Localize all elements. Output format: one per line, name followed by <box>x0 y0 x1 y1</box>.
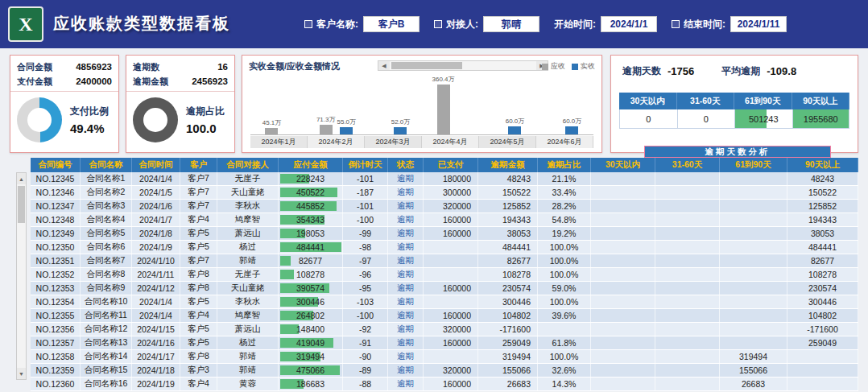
table-cell[interactable]: 合同名称11 <box>81 309 132 322</box>
table-cell[interactable] <box>591 268 655 281</box>
table-cell[interactable]: 82677 <box>787 254 858 267</box>
table-row[interactable]: NO.12359合同名称152024/1/18客户3郭靖475066-89逾期3… <box>31 364 858 378</box>
table-cell[interactable]: 59.0% <box>538 282 591 295</box>
table-cell[interactable]: -95 <box>343 282 388 295</box>
table-cell[interactable] <box>591 350 655 363</box>
table-cell[interactable]: 100.0% <box>538 254 591 267</box>
table-cell[interactable]: 2024/1/15 <box>132 323 180 336</box>
end-date-checkbox-icon[interactable] <box>672 20 680 28</box>
table-cell[interactable]: -92 <box>343 323 388 336</box>
table-row[interactable]: NO.12353合同名称92024/1/12客户8天山童姥390574-95逾期… <box>31 282 858 295</box>
table-cell[interactable]: 2024/1/17 <box>132 350 180 363</box>
table-cell[interactable]: 逾期 <box>388 268 424 281</box>
table-cell[interactable]: 2024/1/10 <box>132 254 180 267</box>
table-cell[interactable]: 230574 <box>787 282 858 295</box>
table-cell[interactable]: -96 <box>343 268 388 281</box>
table-cell[interactable]: 鸠摩智 <box>217 309 279 322</box>
table-cell[interactable]: 61.8% <box>538 336 591 349</box>
table-cell[interactable]: 108278 <box>279 268 343 281</box>
end-date-input[interactable]: 2024/1/11 <box>730 16 787 32</box>
table-cell[interactable]: 客户3 <box>180 364 217 377</box>
table-cell[interactable]: -171600 <box>787 323 858 336</box>
table-cell[interactable]: 484441 <box>478 241 538 254</box>
table-cell[interactable] <box>787 350 858 363</box>
table-cell[interactable]: NO.12353 <box>31 282 81 295</box>
table-cell[interactable]: 300000 <box>424 186 478 199</box>
table-cell[interactable]: 逾期 <box>388 186 424 199</box>
table-cell[interactable] <box>655 364 720 377</box>
table-row[interactable]: NO.12348合同名称42024/1/7客户4鸠摩智354343-100逾期1… <box>31 213 858 227</box>
table-cell[interactable]: 逾期 <box>388 213 424 226</box>
table-cell[interactable]: 228243 <box>279 172 343 185</box>
table-cell[interactable]: -97 <box>343 254 388 267</box>
table-cell[interactable]: 客户4 <box>180 309 217 322</box>
table-cell[interactable] <box>655 227 720 240</box>
table-cell[interactable] <box>538 323 591 336</box>
contact-filter-input[interactable]: 郭晴 <box>483 16 539 32</box>
table-cell[interactable]: 合同名称12 <box>81 323 132 336</box>
table-cell[interactable]: 125852 <box>787 200 858 213</box>
table-cell[interactable]: NO.12345 <box>31 172 81 185</box>
table-cell[interactable]: -98 <box>343 241 388 254</box>
table-cell[interactable]: 合同名称7 <box>81 254 132 267</box>
table-cell[interactable]: 354343 <box>279 213 343 226</box>
table-cell[interactable]: 300446 <box>279 295 343 308</box>
table-cell[interactable]: 39.6% <box>538 309 591 322</box>
table-cell[interactable]: 2024/1/11 <box>132 268 180 281</box>
table-row[interactable]: NO.12357合同名称132024/1/16客户5杨过419049-91逾期1… <box>31 336 858 350</box>
table-cell[interactable]: 150522 <box>478 186 538 199</box>
table-cell[interactable] <box>720 186 787 199</box>
table-cell[interactable]: 484441 <box>787 241 858 254</box>
table-cell[interactable] <box>424 350 478 363</box>
table-cell[interactable]: 180000 <box>424 172 478 185</box>
table-cell[interactable]: 160000 <box>424 282 478 295</box>
start-date-input[interactable]: 2024/1/1 <box>601 16 657 32</box>
table-cell[interactable]: 100.0% <box>538 295 591 308</box>
table-cell[interactable]: 100.0% <box>538 268 591 281</box>
table-row[interactable]: NO.12350合同名称62024/1/9客户5杨过484441-98逾期484… <box>31 241 858 254</box>
table-cell[interactable]: 逾期 <box>388 172 424 185</box>
table-cell[interactable]: 合同名称5 <box>81 227 132 240</box>
table-cell[interactable] <box>655 378 720 390</box>
table-cell[interactable]: 客户8 <box>180 268 217 281</box>
table-cell[interactable]: 450522 <box>279 186 343 199</box>
table-cell[interactable]: 无崖子 <box>217 268 279 281</box>
table-cell[interactable]: 逾期 <box>388 364 424 377</box>
table-cell[interactable]: 419049 <box>279 336 343 349</box>
table-cell[interactable]: 2024/1/4 <box>132 309 180 322</box>
table-cell[interactable]: 48243 <box>478 172 538 185</box>
table-cell[interactable] <box>591 378 655 390</box>
table-cell[interactable]: 鸠摩智 <box>217 213 279 226</box>
table-cell[interactable]: 390574 <box>279 282 343 295</box>
table-cell[interactable]: 2024/1/5 <box>132 186 180 199</box>
table-cell[interactable] <box>591 172 655 185</box>
table-cell[interactable]: 合同名称8 <box>81 268 132 281</box>
table-cell[interactable]: NO.12360 <box>31 378 81 390</box>
table-cell[interactable]: 合同名称16 <box>81 378 132 390</box>
table-cell[interactable]: 21.1% <box>538 172 591 185</box>
table-cell[interactable]: -90 <box>343 350 388 363</box>
scroll-left-icon[interactable]: ◀ <box>378 61 390 70</box>
table-cell[interactable]: 445852 <box>279 200 343 213</box>
table-cell[interactable]: 李秋水 <box>217 295 279 308</box>
table-cell[interactable]: -171600 <box>478 323 538 336</box>
table-cell[interactable]: 逾期 <box>388 378 424 390</box>
table-row[interactable]: NO.12356合同名称122024/1/15客户5萧远山148400-92逾期… <box>31 323 858 336</box>
table-cell[interactable]: 客户8 <box>180 350 217 363</box>
table-cell[interactable] <box>720 309 787 322</box>
table-cell[interactable]: 2024/1/18 <box>132 364 180 377</box>
table-cell[interactable]: -100 <box>343 213 388 226</box>
table-cell[interactable] <box>591 200 655 213</box>
table-cell[interactable]: 逾期 <box>388 309 424 322</box>
table-cell[interactable] <box>720 323 787 336</box>
table-cell[interactable]: 2024/1/6 <box>132 200 180 213</box>
table-cell[interactable]: -89 <box>343 364 388 377</box>
table-cell[interactable] <box>787 364 858 377</box>
table-cell[interactable]: 319494 <box>279 350 343 363</box>
table-cell[interactable] <box>655 172 720 185</box>
table-cell[interactable]: 逾期 <box>388 227 424 240</box>
contact-checkbox-icon[interactable] <box>434 20 442 28</box>
table-cell[interactable]: NO.12349 <box>31 227 81 240</box>
table-cell[interactable] <box>720 172 787 185</box>
table-cell[interactable] <box>720 213 787 226</box>
